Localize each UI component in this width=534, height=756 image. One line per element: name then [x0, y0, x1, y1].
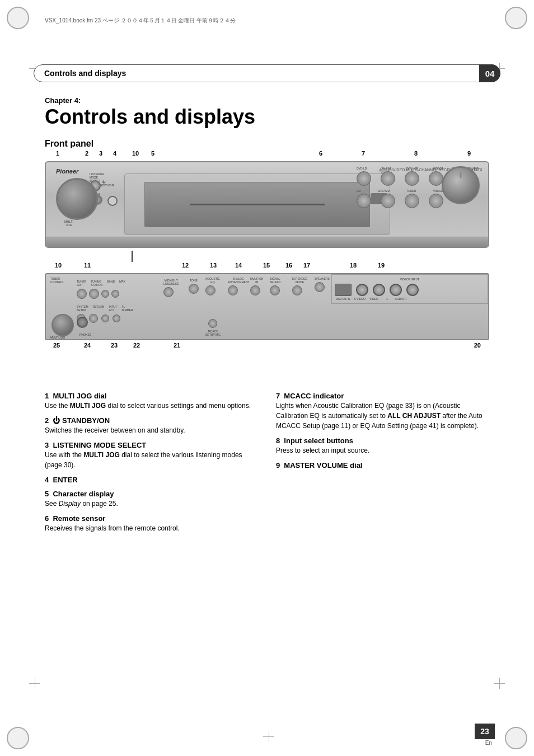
input-label-video1: VIDEO1	[433, 167, 443, 170]
desc-item-2: 2 ⏻ STANDBY/ON Switches the receiver bet…	[45, 416, 258, 435]
bot-label-13: 13	[210, 262, 217, 269]
bot-lower-22: 22	[133, 342, 140, 349]
midnight-buttons	[163, 287, 179, 297]
btn-fl-dimmer[interactable]	[113, 314, 120, 322]
desc-text-1: Use the MULTI JOG dial to select various…	[45, 401, 258, 411]
input-att-label: INPUTATT	[109, 305, 117, 312]
video2-input-section: VIDEO2 INPUT DIGITAL IN S-VIDEO VIDEO L …	[331, 274, 488, 304]
desc-item-4: 4 ENTER	[45, 476, 258, 484]
btn-midnight[interactable]	[163, 287, 174, 297]
desc-item-8: 8 Input select buttons Press to select a…	[276, 436, 489, 456]
btn-multi-ch[interactable]	[250, 285, 260, 295]
band-label: BAND	[107, 280, 115, 287]
chapter-label: Chapter 4:	[45, 96, 81, 105]
bot-label-10: 10	[55, 262, 62, 269]
label-9: 9	[467, 150, 471, 157]
btn-acoustic-eq[interactable]	[205, 285, 216, 295]
desc-title-3: LISTENING MODE SELECT	[53, 441, 146, 449]
bot-label-14: 14	[235, 262, 242, 269]
display-area	[124, 173, 390, 235]
bot-label-18: 18	[350, 262, 357, 269]
front-panel-diagram: 1 2 3 4 10 5 6 7 8 9 Pioneer AUDIO/VIDEO…	[45, 150, 489, 262]
btn-band[interactable]	[101, 290, 109, 298]
btn-tuner-edit[interactable]	[77, 289, 87, 299]
input-label-dvr-vcr: DVR VCR	[406, 167, 419, 170]
btn-return[interactable]	[89, 314, 98, 323]
jack-1	[356, 284, 368, 296]
left-knob-group: TUNEREDIT TUNINGSTATION BAND MPX	[77, 280, 125, 299]
desc-title-9: MASTER VOLUME dial	[284, 461, 362, 469]
arrow-line	[132, 251, 133, 262]
label-3: 3	[99, 150, 102, 157]
reg-mark-4	[29, 678, 40, 689]
input-btn-tuner[interactable]	[405, 194, 419, 208]
speakers-label: SPEAKERS	[315, 277, 330, 280]
header-bar: Controls and displays	[34, 64, 500, 82]
bot-label-12: 12	[182, 262, 189, 269]
desc-title-7: MCACC indicator	[284, 392, 344, 400]
input-btn-dvr-vcr[interactable]	[405, 171, 419, 186]
master-volume-dial[interactable]	[442, 166, 480, 204]
btn-input-att[interactable]	[101, 314, 109, 322]
multi-ch-label: MULTI CHIN	[250, 277, 263, 284]
chapter-title: Controls and displays	[45, 105, 255, 129]
bottom-lower-labels: 25 24 23 22 21 20	[45, 342, 489, 353]
desc-num-3: 3	[45, 441, 49, 449]
display-line	[190, 204, 324, 205]
acoustic-eq-label: ACOUSTICEQ	[205, 277, 220, 284]
mpx-label: MPX	[119, 280, 125, 287]
btn-tone[interactable]	[189, 284, 199, 294]
reg-mark-5	[494, 678, 505, 689]
bot-label-11: 11	[84, 262, 91, 269]
jack-labels: DIGITAL IN S-VIDEO VIDEO L AUDIO R	[335, 297, 485, 300]
receiver-bottom-strip	[46, 237, 488, 247]
label-2: 2	[85, 150, 88, 157]
header-title: Controls and displays	[44, 69, 126, 78]
input-btn-cdr[interactable]	[381, 194, 395, 208]
input-btn-dvd-ld[interactable]	[357, 171, 371, 186]
receiver-body: Pioneer AUDIO/VIDEO MULTI-CHANNEL RECEIV…	[45, 161, 489, 248]
video2-input-label: VIDEO2 INPUT	[335, 278, 485, 281]
phones-label: PHONES	[79, 333, 91, 336]
bot-label-16: 16	[285, 262, 292, 269]
btn-tuning-station[interactable]	[89, 289, 99, 299]
input-btn-video2[interactable]	[429, 194, 443, 208]
fl-dimmer-label: FLDIMMER	[121, 305, 133, 312]
tuner-edit-label: TUNEREDIT	[77, 280, 86, 287]
standby-button[interactable]	[107, 196, 118, 206]
acoustic-eq-section: ACOUSTICEQ	[205, 277, 220, 295]
btn-signal-select[interactable]	[270, 285, 280, 295]
jack-4	[406, 284, 419, 296]
btn-dialog[interactable]	[228, 285, 238, 295]
bot-lower-21: 21	[174, 342, 180, 349]
midnight-label: MIDNIGHTLOUDNESS	[163, 279, 179, 285]
input-btn-tv-sat[interactable]	[381, 171, 395, 186]
page-number: 23	[475, 724, 495, 739]
label-4: 4	[113, 150, 116, 157]
corner-decoration-tr	[505, 7, 527, 29]
extended-mode-label: EXTENDEDMODE	[292, 277, 307, 284]
phones-jack[interactable]	[77, 317, 88, 328]
input-btn-cd[interactable]	[357, 194, 371, 208]
multi-jog-bottom[interactable]	[51, 314, 74, 336]
multi-jog-dial[interactable]	[56, 178, 98, 220]
system-labels: SYSTEMSETUP RETURN INPUTATT FLDIMMER	[77, 305, 133, 312]
label-7: 7	[362, 150, 365, 157]
desc-item-3: 3 LISTENING MODE SELECT Use with the MUL…	[45, 441, 258, 470]
btn-speakers[interactable]	[315, 282, 325, 292]
l-label: L	[381, 297, 394, 300]
mcacc-setup-label: MCACCSETUP MIC	[205, 330, 221, 336]
desc-num-1: 1	[45, 392, 49, 400]
s-video-label: S-VIDEO	[353, 297, 367, 300]
desc-text-2: Switches the receiver between on and sta…	[45, 425, 258, 435]
bot-lower-25: 25	[53, 342, 60, 349]
btn-mpx[interactable]	[111, 290, 119, 298]
desc-title-2: ⏻ STANDBY/ON	[53, 416, 110, 425]
input-label-cdr: CD-R MD	[377, 189, 390, 192]
btn-extended-mode[interactable]	[292, 285, 302, 295]
input-jacks	[335, 284, 485, 296]
extended-mode-section: EXTENDEDMODE	[292, 277, 307, 295]
desc-title-1: MULTI JOG dial	[53, 392, 106, 400]
label-8: 8	[414, 150, 418, 157]
desc-text-3: Use with the MULTI JOG dial to select th…	[45, 450, 258, 470]
